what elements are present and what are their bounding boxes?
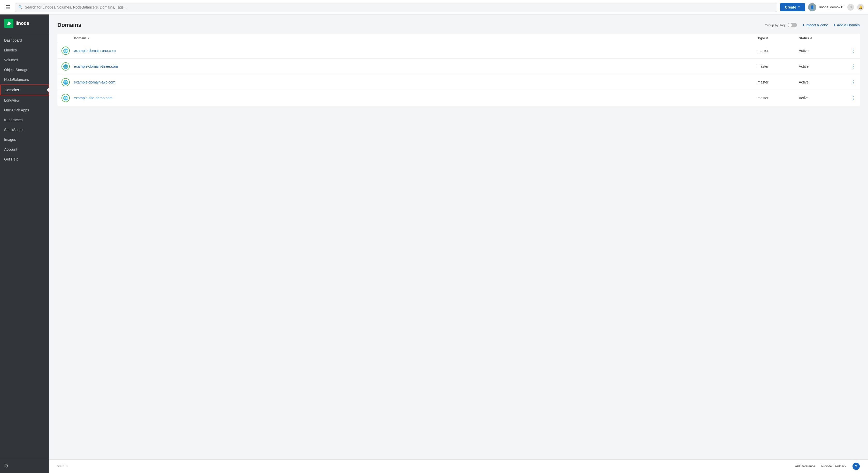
sort-arrow-domain: ▲ [87, 37, 90, 39]
add-domain-button[interactable]: + Add a Domain [833, 23, 860, 27]
topbar-right: 👤 linode_demo215 0 🔔 [808, 3, 864, 11]
col-actions [840, 36, 856, 40]
search-input[interactable] [25, 5, 774, 9]
sidebar-item-label: Dashboard [4, 38, 22, 42]
row-actions-menu[interactable]: ⋮ [840, 95, 856, 101]
sidebar-item-label: Kubernetes [4, 118, 23, 122]
layout: linode Dashboard Linodes Volumes Object … [0, 14, 868, 473]
notification-bell[interactable]: 🔔 [857, 4, 864, 10]
sidebar-item-label: Get Help [4, 157, 18, 161]
domain-type: master [757, 96, 799, 100]
sidebar-item-get-help[interactable]: Get Help [0, 154, 49, 164]
content-area: Domains Group by Tag: + Import a Zone + … [49, 14, 868, 459]
api-reference-link[interactable]: API Reference [795, 465, 815, 468]
import-zone-button[interactable]: + Import a Zone [802, 23, 828, 27]
menu-toggle[interactable]: ☰ [4, 3, 12, 12]
domain-globe-icon: 🌐 [61, 62, 70, 70]
plus-icon: + [833, 23, 836, 27]
col-domain[interactable]: Domain ▲ [74, 36, 757, 40]
col-icon [61, 36, 74, 40]
avatar: 👤 [808, 3, 816, 11]
sidebar-item-kubernetes[interactable]: Kubernetes [0, 115, 49, 125]
sidebar-item-domains[interactable]: Domains [0, 85, 49, 95]
topbar: ☰ 🔍 Create ▼ 👤 linode_demo215 0 🔔 [0, 0, 868, 14]
group-by-tag-toggle[interactable] [788, 23, 797, 27]
sidebar-item-longview[interactable]: Longview [0, 95, 49, 105]
row-actions-menu[interactable]: ⋮ [840, 79, 856, 85]
domain-name[interactable]: example-domain-one.com [74, 49, 757, 53]
sidebar-item-nodebalancers[interactable]: NodeBalancers [0, 75, 49, 85]
sidebar-item-label: Object Storage [4, 68, 28, 72]
sidebar-item-object-storage[interactable]: Object Storage [0, 65, 49, 75]
sidebar-item-account[interactable]: Account [0, 145, 49, 154]
sidebar-nav: Dashboard Linodes Volumes Object Storage… [0, 33, 49, 459]
domain-type: master [757, 80, 799, 84]
sidebar-logo: linode [0, 14, 49, 33]
table-row: 🌐 example-site-demo.com master Active ⋮ [57, 90, 860, 106]
table-row: 🌐 example-domain-two.com master Active ⋮ [57, 75, 860, 90]
group-by-tag: Group by Tag: [765, 23, 797, 27]
provide-feedback-link[interactable]: Provide Feedback [821, 465, 846, 468]
domain-type: master [757, 49, 799, 53]
sidebar-item-label: Account [4, 147, 17, 151]
import-zone-label: Import a Zone [806, 23, 828, 27]
domain-globe-icon: 🌐 [61, 94, 70, 102]
sort-arrow-type: ⇵ [766, 37, 768, 39]
domain-name[interactable]: example-domain-two.com [74, 80, 757, 84]
domain-status: Active [799, 64, 840, 68]
domain-globe-icon: 🌐 [61, 78, 70, 86]
table-header: Domain ▲ Type ⇵ Status ⇵ [57, 34, 860, 43]
sidebar-item-label: One-Click Apps [4, 108, 29, 112]
col-status[interactable]: Status ⇵ [799, 36, 840, 40]
domain-status: Active [799, 49, 840, 53]
sidebar-item-label: Domains [5, 88, 19, 92]
username-label: linode_demo215 [819, 5, 844, 9]
page-actions: Group by Tag: + Import a Zone + Add a Do… [765, 23, 860, 27]
row-actions-menu[interactable]: ⋮ [840, 64, 856, 69]
help-button[interactable]: ? [852, 463, 860, 470]
search-icon: 🔍 [18, 5, 23, 9]
group-by-tag-label: Group by Tag: [765, 23, 785, 27]
version-label: v0.81.0 [57, 465, 67, 468]
sidebar-item-images[interactable]: Images [0, 135, 49, 145]
domain-type: master [757, 64, 799, 68]
col-type[interactable]: Type ⇵ [757, 36, 799, 40]
sidebar-item-label: Volumes [4, 58, 18, 62]
domain-name[interactable]: example-site-demo.com [74, 96, 757, 100]
notification-count[interactable]: 0 [847, 4, 854, 10]
sidebar-item-dashboard[interactable]: Dashboard [0, 35, 49, 45]
domain-status: Active [799, 96, 840, 100]
table-row: 🌐 example-domain-three.com master Active… [57, 59, 860, 75]
logo-text: linode [16, 21, 29, 26]
row-actions-menu[interactable]: ⋮ [840, 48, 856, 54]
sidebar-item-one-click-apps[interactable]: One-Click Apps [0, 105, 49, 115]
footer: v0.81.0 API Reference Provide Feedback ? [49, 459, 868, 473]
page-title: Domains [57, 22, 82, 28]
sidebar-item-label: Longview [4, 98, 20, 102]
plus-icon: + [802, 23, 804, 27]
domain-globe-icon: 🌐 [61, 47, 70, 55]
add-domain-label: Add a Domain [837, 23, 860, 27]
sidebar-item-stackscripts[interactable]: StackScripts [0, 125, 49, 135]
sidebar-item-linodes[interactable]: Linodes [0, 45, 49, 55]
search-bar[interactable]: 🔍 [15, 3, 777, 12]
domains-table: Domain ▲ Type ⇵ Status ⇵ 🌐 [57, 34, 860, 106]
linode-logo-icon [4, 19, 13, 28]
sidebar-item-volumes[interactable]: Volumes [0, 55, 49, 65]
sidebar: linode Dashboard Linodes Volumes Object … [0, 14, 49, 473]
sidebar-item-label: StackScripts [4, 128, 24, 132]
sidebar-item-label: NodeBalancers [4, 78, 29, 82]
footer-links: API Reference Provide Feedback ? [795, 463, 860, 470]
sidebar-item-label: Images [4, 138, 16, 142]
create-button[interactable]: Create ▼ [780, 3, 805, 11]
sort-arrow-status: ⇵ [810, 37, 812, 39]
chevron-down-icon: ▼ [798, 6, 800, 8]
sidebar-item-label: Linodes [4, 48, 17, 52]
domain-name[interactable]: example-domain-three.com [74, 64, 757, 68]
domain-status: Active [799, 80, 840, 84]
sidebar-bottom: ⚙ [0, 459, 49, 473]
gear-icon[interactable]: ⚙ [4, 464, 8, 469]
main-content: Domains Group by Tag: + Import a Zone + … [49, 14, 868, 473]
table-row: 🌐 example-domain-one.com master Active ⋮ [57, 43, 860, 59]
page-header: Domains Group by Tag: + Import a Zone + … [57, 22, 860, 28]
